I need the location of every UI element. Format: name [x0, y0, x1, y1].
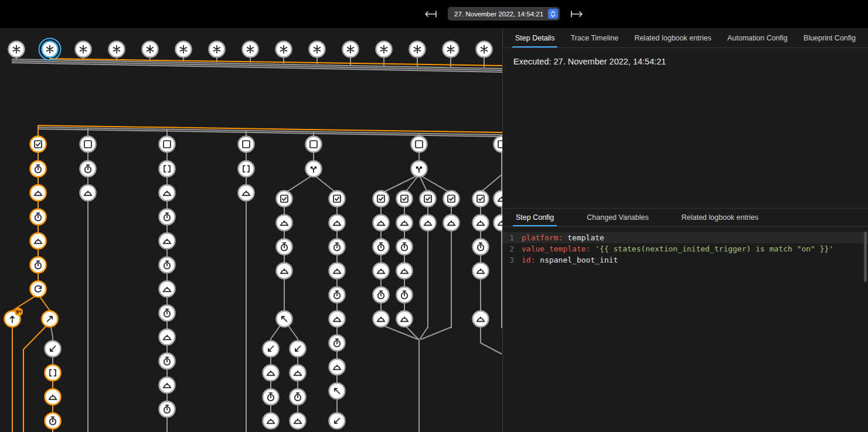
trace-node-asterisk[interactable]: [76, 42, 91, 57]
run-datetime-select[interactable]: 27. November 2022, 14:54:21: [448, 7, 560, 21]
trace-node-checkbox-blank[interactable]: [306, 137, 322, 152]
trace-node-checkbox-marked[interactable]: [373, 191, 389, 207]
trace-node-room-service[interactable]: [159, 185, 175, 201]
code-block[interactable]: 1platform: template2value_template: '{{ …: [503, 227, 868, 432]
trace-node-code-brackets[interactable]: [239, 161, 254, 177]
trace-node-checkbox-blank[interactable]: [239, 137, 254, 152]
trace-node-timer[interactable]: [30, 209, 46, 225]
trace-node-room-service[interactable]: [494, 191, 503, 207]
trace-node-asterisk[interactable]: [243, 42, 258, 57]
trace-node-arrow-bottom-left[interactable]: [329, 413, 345, 429]
trace-node-room-service[interactable]: [494, 215, 503, 231]
tab-blueprint-config[interactable]: Blueprint Config: [801, 28, 859, 47]
trace-node-room-service[interactable]: [159, 233, 175, 249]
trace-node-asterisk[interactable]: [176, 42, 192, 57]
trace-node-room-service[interactable]: [473, 263, 489, 279]
tab-changed-variables[interactable]: Changed Variables: [584, 209, 651, 226]
trace-node-arrow-top-right[interactable]: [42, 311, 58, 327]
trace-node-checkbox-marked[interactable]: [444, 191, 459, 207]
trace-node-code-brackets[interactable]: [45, 365, 61, 381]
trace-node-timer[interactable]: [397, 239, 413, 255]
trace-node-room-service[interactable]: [263, 413, 279, 429]
trace-node-code-brackets[interactable]: [159, 161, 175, 177]
trace-node-checkbox-marked[interactable]: [473, 191, 489, 207]
tab-related-logbook-entries-bottom[interactable]: Related logbook entries: [679, 209, 761, 226]
trace-node-arrow-bottom-left[interactable]: [45, 341, 61, 357]
trace-node-repeat[interactable]: [30, 281, 46, 297]
trace-node-timer[interactable]: [329, 287, 345, 303]
tab-automation-config[interactable]: Automation Config: [724, 28, 791, 47]
trace-node-checkbox-marked[interactable]: [420, 191, 436, 207]
trace-node-call-split[interactable]: [411, 161, 427, 177]
trace-node-checkbox-marked[interactable]: [30, 137, 46, 152]
trace-node-timer[interactable]: [277, 239, 292, 255]
trace-node-room-service[interactable]: [329, 311, 345, 327]
trace-node-timer[interactable]: [159, 209, 175, 225]
trace-node-room-service[interactable]: [159, 281, 175, 297]
trace-node-room-service[interactable]: [397, 215, 413, 231]
trace-node-room-service[interactable]: [329, 359, 345, 375]
trace-node-room-service[interactable]: [329, 263, 345, 279]
trace-node-asterisk[interactable]: [476, 42, 492, 57]
trace-node-timer[interactable]: [373, 287, 389, 303]
trace-node-asterisk[interactable]: [109, 42, 125, 57]
trace-node-asterisk[interactable]: [343, 42, 359, 57]
trace-node-asterisk[interactable]: [443, 42, 459, 57]
trace-node-timer[interactable]: [290, 389, 306, 405]
trace-node-room-service[interactable]: [290, 365, 306, 381]
trace-node-room-service[interactable]: [277, 215, 292, 231]
trace-node-timer[interactable]: [397, 287, 413, 303]
trace-node-room-service[interactable]: [397, 311, 413, 327]
trace-node-room-service[interactable]: [263, 365, 279, 381]
trace-node-room-service[interactable]: [239, 185, 254, 201]
trace-node-checkbox-marked[interactable]: [329, 191, 345, 207]
next-run-button[interactable]: [569, 9, 586, 19]
trace-node-checkbox-blank[interactable]: [159, 137, 175, 152]
trace-node-asterisk[interactable]: [142, 42, 158, 57]
trace-node-timer[interactable]: [30, 161, 46, 177]
trace-node-room-service[interactable]: [397, 263, 413, 279]
trace-node-timer[interactable]: [159, 402, 175, 417]
trace-node-arrow-up[interactable]: 9+: [5, 308, 23, 327]
trace-node-asterisk[interactable]: [209, 42, 225, 57]
trace-node-room-service[interactable]: [159, 329, 175, 345]
trace-node-arrow-bottom-left[interactable]: [263, 341, 279, 357]
trace-node-arrow-bottom-left[interactable]: [290, 341, 306, 357]
trace-node-timer[interactable]: [373, 239, 389, 255]
trace-node-checkbox-blank[interactable]: [494, 137, 503, 152]
trace-node-timer[interactable]: [263, 389, 279, 405]
trace-node-checkbox-blank[interactable]: [411, 137, 427, 152]
trace-node-room-service[interactable]: [45, 389, 61, 405]
trace-node-asterisk[interactable]: [9, 42, 25, 57]
tab-step-config[interactable]: Step Config: [513, 209, 557, 226]
trace-graph[interactable]: 9+: [0, 28, 502, 432]
trace-node-checkbox-marked[interactable]: [397, 191, 413, 207]
trace-node-checkbox-blank[interactable]: [80, 137, 96, 152]
trace-node-room-service[interactable]: [30, 233, 46, 249]
trace-node-room-service[interactable]: [473, 311, 489, 327]
tab-related-logbook-entries[interactable]: Related logbook entries: [631, 28, 714, 47]
trace-node-timer[interactable]: [329, 239, 345, 255]
trace-node-room-service[interactable]: [373, 215, 389, 231]
trace-node-asterisk[interactable]: [410, 42, 426, 57]
trace-node-timer[interactable]: [159, 305, 175, 321]
trace-node-asterisk[interactable]: [276, 42, 292, 57]
trace-node-call-split[interactable]: [306, 161, 322, 177]
trace-node-timer[interactable]: [159, 353, 175, 369]
trace-node-room-service[interactable]: [80, 185, 96, 201]
trace-node-room-service[interactable]: [329, 215, 345, 231]
trace-node-checkbox-marked[interactable]: [277, 191, 292, 207]
trace-node-timer[interactable]: [473, 239, 489, 255]
scrollbar-thumb[interactable]: [864, 232, 867, 282]
trace-node-room-service[interactable]: [277, 263, 292, 279]
trace-node-asterisk[interactable]: [39, 39, 61, 60]
trace-node-room-service[interactable]: [473, 215, 489, 231]
trace-node-timer[interactable]: [30, 257, 46, 273]
trace-node-asterisk[interactable]: [309, 42, 325, 57]
trace-node-arrow-top-left[interactable]: [277, 311, 292, 327]
trace-node-room-service[interactable]: [30, 185, 46, 201]
previous-run-button[interactable]: [422, 9, 438, 19]
tab-trace-timeline[interactable]: Trace Timeline: [568, 28, 622, 47]
trace-node-arrow-top-left[interactable]: [329, 383, 345, 399]
trace-node-room-service[interactable]: [373, 311, 389, 327]
